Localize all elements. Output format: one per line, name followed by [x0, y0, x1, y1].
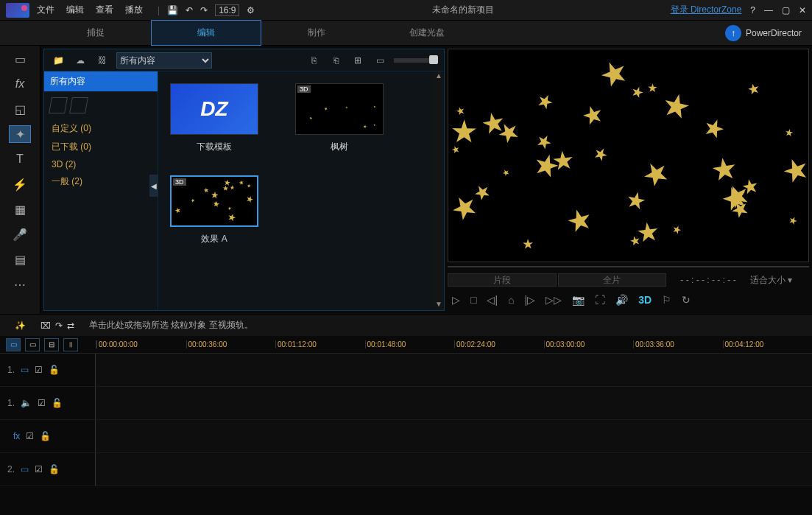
undock-icon[interactable]: ⛶ [595, 294, 605, 306]
track-lock-toggle[interactable]: 🔓 [52, 398, 63, 408]
maximize-icon[interactable]: ▢ [782, 5, 790, 15]
save-icon[interactable]: 💾 [167, 5, 178, 15]
export-icon[interactable]: ⎗ [328, 53, 344, 68]
title-room-icon[interactable]: T [9, 150, 31, 168]
track-row-1: 1.🔈☑🔓 [0, 387, 812, 420]
link-icon[interactable]: ⛓ [94, 53, 110, 68]
pip-room-icon[interactable]: ◱ [9, 100, 31, 118]
settings-icon[interactable]: ⚙ [247, 5, 255, 15]
scroll-up-icon[interactable]: ▲ [435, 71, 442, 82]
grid-view-icon[interactable]: ⊞ [350, 53, 366, 68]
audio-room-icon[interactable]: ▦ [9, 200, 31, 218]
undo-icon[interactable]: ↶ [186, 5, 193, 15]
timeline-marker-icon[interactable]: ⊟ [44, 338, 59, 351]
volume-icon[interactable]: 🔊 [615, 294, 628, 306]
ruler-tick: 00:00:00:00 [96, 340, 186, 348]
tab-produce[interactable]: 制作 [261, 21, 372, 45]
snapshot-icon[interactable]: 📷 [572, 294, 585, 306]
magic-tool-icon[interactable]: ✨ [15, 320, 26, 331]
fit-timeline-icon[interactable]: ⌧ [40, 320, 51, 331]
aspect-ratio[interactable]: 16:9 [215, 4, 239, 16]
fx-room-icon[interactable]: fx [9, 75, 31, 93]
new-folder-icon[interactable]: ⎘ [306, 53, 322, 68]
track-visible-toggle[interactable]: ☑ [35, 365, 43, 375]
timeline-snap-icon[interactable]: ⦀ [63, 338, 78, 351]
menu-play[interactable]: 播放 [125, 4, 143, 16]
3d-toggle[interactable]: 3D [638, 294, 652, 306]
prev-frame-icon[interactable]: ◁| [487, 294, 498, 306]
detail-view-icon[interactable]: ▭ [372, 53, 388, 68]
star-icon [534, 90, 557, 113]
tag-icon[interactable] [69, 97, 88, 113]
import-icon[interactable]: 📁 [50, 53, 66, 68]
category-2[interactable]: 3D (2) [52, 159, 150, 169]
next-frame-icon[interactable]: |▷ [525, 294, 536, 306]
timeline-view-buttons: ▭ ▭ ⊟ ⦀ [0, 338, 96, 351]
sidebar-header[interactable]: 所有内容 [44, 71, 158, 91]
minimize-icon[interactable]: — [764, 5, 773, 15]
stop-icon[interactable]: □ [470, 294, 476, 306]
tag-add-icon[interactable] [49, 97, 68, 113]
track-visible-toggle[interactable]: ☑ [35, 464, 43, 474]
track-type-icon[interactable]: fx [13, 431, 20, 441]
timeline-view-2[interactable]: ▭ [25, 338, 40, 351]
subtitle-room-icon[interactable]: ⋯ [9, 276, 31, 293]
thumb-0[interactable]: DZ下载模板 [170, 83, 258, 153]
filter-select[interactable]: 所有内容 [116, 52, 212, 69]
ruler-tick: 00:01:48:00 [365, 340, 455, 348]
collapse-sidebar-icon[interactable]: ◀ [149, 175, 158, 197]
track-lock-toggle[interactable]: 🔓 [40, 431, 51, 441]
help-icon[interactable]: ? [750, 5, 755, 15]
media-room-icon[interactable]: ▭ [9, 50, 31, 68]
home-icon[interactable]: ⌂ [508, 294, 514, 306]
quality-icon[interactable]: ⚐ [662, 294, 671, 306]
thumb-zoom-slider[interactable] [394, 58, 438, 63]
grid-scrollbar[interactable]: ▲ ▼ [434, 71, 444, 310]
menu-view[interactable]: 查看 [96, 4, 113, 16]
login-link[interactable]: 登录 DirectorZone [671, 4, 742, 16]
close-icon[interactable]: ✕ [799, 5, 806, 15]
loop-icon[interactable]: ↻ [682, 294, 691, 306]
sync-icon[interactable]: ⇄ [67, 320, 74, 331]
cloud-icon[interactable]: ☁ [72, 53, 88, 68]
particle-room-icon[interactable]: ✦ [9, 125, 31, 143]
thumb-1[interactable]: 3D枫树 [295, 83, 384, 153]
preview-mode-clip[interactable]: 片段 [448, 273, 557, 287]
category-3[interactable]: 一般 (2) [52, 175, 150, 188]
timeline-view-1[interactable]: ▭ [6, 338, 21, 351]
preview-viewport[interactable] [448, 49, 809, 262]
tab-disc[interactable]: 创建光盘 [372, 21, 482, 45]
track-lane[interactable] [96, 354, 812, 386]
menu-file[interactable]: 文件 [37, 4, 54, 16]
track-type-icon[interactable]: 🔈 [21, 398, 32, 408]
preview-fit-select[interactable]: 适合大小 ▾ [750, 274, 809, 287]
track-lane[interactable] [96, 420, 812, 452]
track-visible-toggle[interactable]: ☑ [38, 398, 46, 408]
track-lock-toggle[interactable]: 🔓 [49, 365, 60, 375]
track-lock-toggle[interactable]: 🔓 [49, 464, 60, 474]
chapter-room-icon[interactable]: ▤ [9, 251, 31, 268]
curve-icon[interactable]: ↷ [55, 320, 63, 331]
track-visible-toggle[interactable]: ☑ [26, 431, 34, 441]
preview-mode-movie[interactable]: 全片 [558, 273, 667, 287]
track-lane[interactable] [96, 387, 812, 419]
menu-edit[interactable]: 编辑 [66, 4, 84, 16]
redo-icon[interactable]: ↷ [200, 5, 208, 15]
tab-edit[interactable]: 编辑 [151, 20, 261, 46]
voice-room-icon[interactable]: 🎤 [9, 225, 31, 243]
track-lane[interactable] [96, 453, 812, 486]
star-icon [647, 83, 658, 94]
fast-forward-icon[interactable]: ▷▷ [546, 294, 562, 306]
track-type-icon[interactable]: ▭ [21, 365, 29, 375]
transition-room-icon[interactable]: ⚡ [9, 175, 31, 193]
tab-capture[interactable]: 捕捉 [40, 21, 151, 45]
scroll-down-icon[interactable]: ▼ [435, 300, 442, 310]
timeline-ruler[interactable]: 00:00:00:0000:00:36:0000:01:12:0000:01:4… [96, 340, 812, 348]
category-sidebar: 所有内容 自定义 (0)已下载 (0)3D (2)一般 (2) [44, 71, 158, 310]
track-type-icon[interactable]: ▭ [21, 464, 29, 474]
play-icon[interactable]: ▷ [452, 294, 460, 306]
category-1[interactable]: 已下载 (0) [52, 141, 150, 153]
preview-seekbar[interactable] [448, 266, 809, 267]
thumb-2[interactable]: 3D效果 A [170, 175, 258, 245]
category-0[interactable]: 自定义 (0) [52, 122, 150, 135]
